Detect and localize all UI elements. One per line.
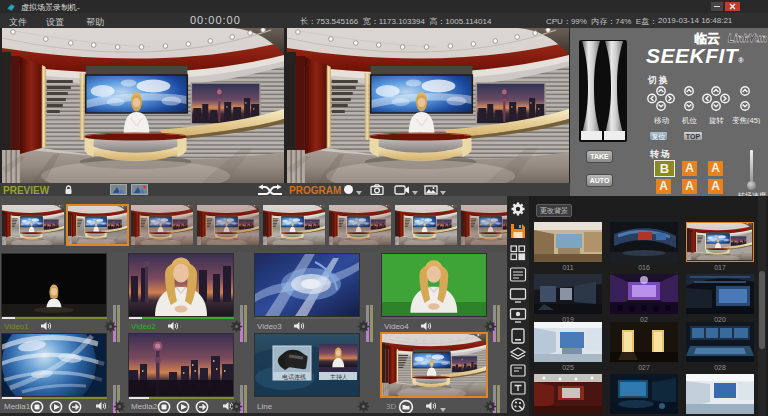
svg-text:旋转: 旋转 <box>709 116 725 124</box>
svg-text:移动: 移动 <box>654 116 670 124</box>
svg-text:电话连线: 电话连线 <box>282 374 306 381</box>
svg-text:变焦(45): 变焦(45) <box>732 116 761 124</box>
svg-text:主持人: 主持人 <box>330 373 348 381</box>
svg-text:机位: 机位 <box>682 116 698 124</box>
